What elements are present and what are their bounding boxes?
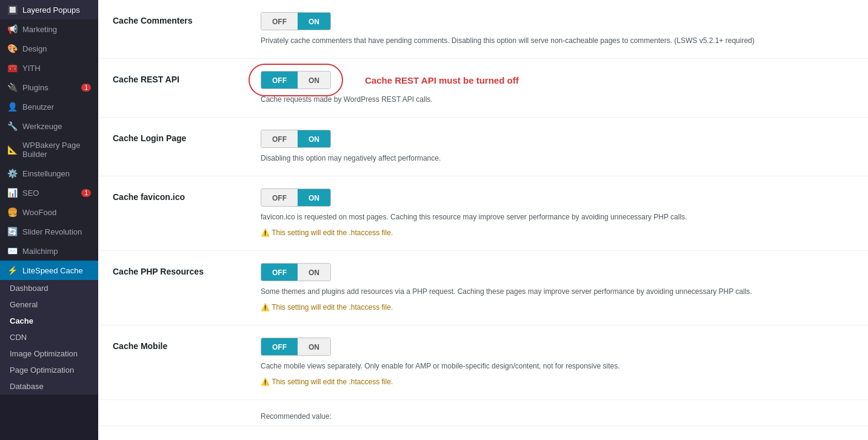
sidebar-nav: 🔲 Layered Popups 📢 Marketing 🎨 Design 🧰 … bbox=[0, 0, 98, 280]
setting-cache-rest-api: Cache REST API OFF ON Cache REST API mus… bbox=[98, 59, 868, 118]
cache-favicon-warning: This setting will edit the .htaccess fil… bbox=[261, 227, 853, 238]
sidebar-item-plugins[interactable]: 🔌 Plugins 1 bbox=[0, 78, 98, 97]
sidebar-item-label: YITH bbox=[22, 64, 41, 73]
sidebar-item-seo[interactable]: 📊 SEO 1 bbox=[0, 183, 98, 202]
sidebar-sub-cdn[interactable]: CDN bbox=[0, 329, 98, 345]
main-content: Cache Commenters OFF ON Privately cache … bbox=[98, 0, 868, 440]
setting-cache-mobile: Cache Mobile OFF ON Cache mobile views s… bbox=[98, 325, 868, 400]
cache-rest-api-toggle[interactable]: OFF ON bbox=[261, 71, 331, 89]
cache-mobile-off-btn[interactable]: OFF bbox=[261, 338, 298, 356]
cache-favicon-off-btn[interactable]: OFF bbox=[261, 189, 298, 207]
cache-commenters-off-btn[interactable]: OFF bbox=[261, 13, 298, 30]
sidebar-item-label: SEO bbox=[22, 188, 39, 198]
cache-rest-api-note: Cache requests made by WordPress REST AP… bbox=[261, 94, 853, 105]
cache-login-page-on-btn[interactable]: ON bbox=[298, 130, 330, 148]
partial-control: Recommended value: bbox=[261, 412, 853, 421]
sidebar-item-yith[interactable]: 🧰 YITH bbox=[0, 58, 98, 78]
seo-badge: 1 bbox=[81, 189, 91, 197]
slider-revolution-icon: 🔄 bbox=[7, 227, 18, 236]
sidebar-item-label: Layered Popups bbox=[22, 5, 80, 15]
cache-php-resources-off-btn[interactable]: OFF bbox=[261, 264, 298, 281]
rest-api-annotation-area: OFF ON Cache REST API must be turned off bbox=[261, 71, 853, 89]
cache-rest-api-control: OFF ON Cache REST API must be turned off… bbox=[261, 71, 853, 105]
cache-commenters-note: Privately cache commenters that have pen… bbox=[261, 35, 853, 46]
sidebar-item-design[interactable]: 🎨 Design bbox=[0, 39, 98, 58]
cache-mobile-toggle[interactable]: OFF ON bbox=[261, 338, 331, 356]
sidebar-item-slider-revolution[interactable]: 🔄 Slider Revolution bbox=[0, 222, 98, 241]
cache-php-resources-toggle[interactable]: OFF ON bbox=[261, 263, 331, 281]
sidebar-item-wpbakery[interactable]: 📐 WPBakery Page Builder bbox=[0, 136, 98, 164]
cache-mobile-warning: This setting will edit the .htaccess fil… bbox=[261, 376, 853, 387]
cache-login-page-off-btn[interactable]: OFF bbox=[261, 130, 298, 148]
setting-cache-favicon: Cache favicon.ico OFF ON favicon.ico is … bbox=[98, 176, 868, 251]
cache-login-page-control: OFF ON Disabling this option may negativ… bbox=[261, 130, 853, 164]
benutzer-icon: 👤 bbox=[7, 102, 18, 112]
cache-login-page-toggle[interactable]: OFF ON bbox=[261, 130, 331, 148]
sidebar-item-marketing[interactable]: 📢 Marketing bbox=[0, 19, 98, 39]
cache-login-page-label: Cache Login Page bbox=[113, 130, 246, 143]
wpbakery-icon: 📐 bbox=[7, 145, 18, 155]
setting-cache-commenters: Cache Commenters OFF ON Privately cache … bbox=[98, 0, 868, 59]
rest-api-annotation-text: Cache REST API must be turned off bbox=[365, 75, 519, 85]
sidebar-item-woofood[interactable]: 🍔 WooFood bbox=[0, 202, 98, 222]
cache-php-resources-on-btn[interactable]: ON bbox=[298, 264, 330, 281]
cache-mobile-control: OFF ON Cache mobile views separately. On… bbox=[261, 338, 853, 387]
litespeed-icon: ⚡ bbox=[7, 265, 18, 275]
yith-icon: 🧰 bbox=[7, 63, 18, 73]
cache-php-resources-control: OFF ON Some themes and plugins add resou… bbox=[261, 263, 853, 313]
cache-favicon-label: Cache favicon.ico bbox=[113, 188, 246, 202]
sidebar-sub-dashboard[interactable]: Dashboard bbox=[0, 280, 98, 296]
cache-commenters-on-btn[interactable]: ON bbox=[298, 13, 330, 30]
design-icon: 🎨 bbox=[7, 44, 18, 53]
sidebar-item-einstellungen[interactable]: ⚙️ Einstellungen bbox=[0, 164, 98, 183]
sidebar-item-label: LiteSpeed Cache bbox=[22, 266, 83, 275]
sidebar: 🔲 Layered Popups 📢 Marketing 🎨 Design 🧰 … bbox=[0, 0, 98, 440]
red-oval-container: OFF ON bbox=[261, 71, 331, 89]
cache-mobile-on-btn[interactable]: ON bbox=[298, 338, 330, 356]
cache-favicon-toggle[interactable]: OFF ON bbox=[261, 188, 331, 207]
cache-php-resources-label: Cache PHP Resources bbox=[113, 263, 246, 276]
sidebar-item-label: Plugins bbox=[22, 83, 48, 92]
setting-cache-php-resources: Cache PHP Resources OFF ON Some themes a… bbox=[98, 251, 868, 325]
marketing-icon: 📢 bbox=[7, 24, 18, 34]
cache-rest-api-off-btn[interactable]: OFF bbox=[261, 72, 298, 89]
mailchimp-icon: ✉️ bbox=[7, 246, 18, 256]
sidebar-item-label: Slider Revolution bbox=[22, 227, 82, 236]
werkzeuge-icon: 🔧 bbox=[7, 121, 18, 131]
plugins-badge: 1 bbox=[81, 84, 91, 92]
cache-favicon-control: OFF ON favicon.ico is requested on most … bbox=[261, 188, 853, 238]
seo-icon: 📊 bbox=[7, 188, 18, 198]
plugins-icon: 🔌 bbox=[7, 82, 18, 92]
cache-mobile-label: Cache Mobile bbox=[113, 338, 246, 351]
cache-php-resources-note: Some themes and plugins add resources vi… bbox=[261, 286, 853, 297]
sidebar-item-label: Einstellungen bbox=[22, 169, 70, 178]
sidebar-sub-image-optimization[interactable]: Image Optimization bbox=[0, 345, 98, 362]
cache-favicon-on-btn[interactable]: ON bbox=[298, 189, 330, 207]
sidebar-item-label: Design bbox=[22, 44, 47, 53]
cache-rest-api-on-btn[interactable]: ON bbox=[298, 72, 330, 89]
recommended-value-text: Recommended value: bbox=[261, 412, 853, 421]
sidebar-item-label: Benutzer bbox=[22, 102, 54, 112]
sidebar-item-label: WPBakery Page Builder bbox=[22, 141, 91, 159]
settings-content: Cache Commenters OFF ON Privately cache … bbox=[98, 0, 868, 426]
layered-popups-icon: 🔲 bbox=[7, 5, 18, 15]
sidebar-item-mailchimp[interactable]: ✉️ Mailchimp bbox=[0, 241, 98, 261]
woofood-icon: 🍔 bbox=[7, 207, 18, 217]
cache-php-resources-warning: This setting will edit the .htaccess fil… bbox=[261, 302, 853, 313]
sidebar-sub-cache[interactable]: Cache bbox=[0, 313, 98, 329]
cache-mobile-note: Cache mobile views separately. Only enab… bbox=[261, 361, 853, 372]
cache-favicon-note: favicon.ico is requested on most pages. … bbox=[261, 212, 853, 222]
sidebar-item-layered-popups[interactable]: 🔲 Layered Popups bbox=[0, 0, 98, 19]
sidebar-item-label: WooFood bbox=[22, 208, 56, 217]
cache-commenters-toggle[interactable]: OFF ON bbox=[261, 12, 331, 30]
sidebar-item-litespeed-cache[interactable]: ⚡ LiteSpeed Cache bbox=[0, 261, 98, 280]
sidebar-sub-general[interactable]: General bbox=[0, 296, 98, 313]
partial-label bbox=[113, 412, 246, 416]
setting-cache-login-page: Cache Login Page OFF ON Disabling this o… bbox=[98, 118, 868, 176]
setting-partial-bottom: Recommended value: bbox=[98, 400, 868, 426]
sidebar-item-werkzeuge[interactable]: 🔧 Werkzeuge bbox=[0, 116, 98, 136]
sidebar-item-label: Marketing bbox=[22, 25, 57, 34]
sidebar-sub-database[interactable]: Database bbox=[0, 378, 98, 395]
sidebar-item-benutzer[interactable]: 👤 Benutzer bbox=[0, 97, 98, 116]
sidebar-sub-page-optimization[interactable]: Page Optimization bbox=[0, 362, 98, 378]
